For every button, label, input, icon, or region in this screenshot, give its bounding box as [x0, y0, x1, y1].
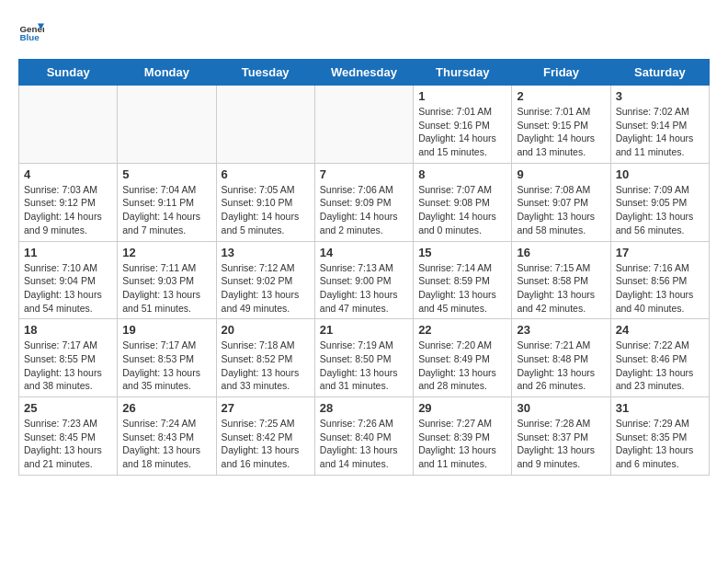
day-info: Sunrise: 7:03 AMSunset: 9:12 PMDaylight:…	[24, 183, 112, 237]
day-number: 4	[24, 167, 112, 181]
calendar-table: SundayMondayTuesdayWednesdayThursdayFrid…	[18, 59, 710, 476]
day-cell: 15Sunrise: 7:14 AMSunset: 8:59 PMDayligh…	[414, 241, 512, 319]
day-cell: 9Sunrise: 7:08 AMSunset: 9:07 PMDaylight…	[512, 163, 610, 241]
day-number: 27	[222, 401, 310, 415]
header-friday: Friday	[512, 60, 610, 86]
day-cell: 8Sunrise: 7:07 AMSunset: 9:08 PMDaylight…	[414, 163, 512, 241]
day-number: 5	[122, 167, 210, 181]
day-info: Sunrise: 7:18 AMSunset: 8:52 PMDaylight:…	[222, 339, 310, 393]
day-number: 30	[517, 401, 605, 415]
day-info: Sunrise: 7:17 AMSunset: 8:53 PMDaylight:…	[122, 339, 210, 393]
day-number: 28	[320, 401, 408, 415]
day-cell	[216, 86, 314, 164]
day-number: 1	[418, 89, 506, 103]
day-cell: 30Sunrise: 7:28 AMSunset: 8:37 PMDayligh…	[512, 397, 610, 476]
day-cell: 12Sunrise: 7:11 AMSunset: 9:03 PMDayligh…	[118, 241, 216, 319]
day-cell: 17Sunrise: 7:16 AMSunset: 8:56 PMDayligh…	[610, 241, 709, 319]
header-monday: Monday	[118, 60, 216, 86]
day-cell: 7Sunrise: 7:06 AMSunset: 9:09 PMDaylight…	[314, 163, 413, 241]
day-cell: 22Sunrise: 7:20 AMSunset: 8:49 PMDayligh…	[414, 319, 512, 397]
day-number: 10	[616, 167, 704, 181]
day-cell: 4Sunrise: 7:03 AMSunset: 9:12 PMDaylight…	[19, 163, 118, 241]
day-cell: 11Sunrise: 7:10 AMSunset: 9:04 PMDayligh…	[19, 241, 118, 319]
day-number: 2	[517, 89, 605, 103]
day-number: 26	[122, 401, 210, 415]
day-info: Sunrise: 7:14 AMSunset: 8:59 PMDaylight:…	[418, 261, 506, 316]
day-info: Sunrise: 7:17 AMSunset: 8:55 PMDaylight:…	[24, 339, 112, 393]
day-info: Sunrise: 7:23 AMSunset: 8:45 PMDaylight:…	[24, 417, 112, 471]
day-cell: 26Sunrise: 7:24 AMSunset: 8:43 PMDayligh…	[118, 397, 216, 476]
day-cell	[314, 86, 413, 164]
day-info: Sunrise: 7:27 AMSunset: 8:39 PMDaylight:…	[418, 417, 506, 471]
day-number: 16	[517, 246, 605, 259]
day-number: 3	[616, 89, 704, 103]
day-cell: 18Sunrise: 7:17 AMSunset: 8:55 PMDayligh…	[19, 319, 118, 397]
day-cell: 2Sunrise: 7:01 AMSunset: 9:15 PMDaylight…	[512, 86, 610, 164]
day-cell: 14Sunrise: 7:13 AMSunset: 9:00 PMDayligh…	[314, 241, 413, 319]
day-info: Sunrise: 7:12 AMSunset: 9:02 PMDaylight:…	[222, 261, 310, 316]
day-number: 6	[222, 167, 310, 181]
day-info: Sunrise: 7:02 AMSunset: 9:14 PMDaylight:…	[616, 105, 704, 159]
day-number: 15	[418, 246, 506, 259]
header-sunday: Sunday	[19, 60, 118, 86]
day-info: Sunrise: 7:25 AMSunset: 8:42 PMDaylight:…	[222, 417, 310, 471]
header-saturday: Saturday	[610, 60, 709, 86]
day-cell: 16Sunrise: 7:15 AMSunset: 8:58 PMDayligh…	[512, 241, 610, 319]
day-cell: 10Sunrise: 7:09 AMSunset: 9:05 PMDayligh…	[610, 163, 709, 241]
day-info: Sunrise: 7:05 AMSunset: 9:10 PMDaylight:…	[222, 183, 310, 237]
day-info: Sunrise: 7:21 AMSunset: 8:48 PMDaylight:…	[517, 339, 605, 393]
day-info: Sunrise: 7:20 AMSunset: 8:49 PMDaylight:…	[418, 339, 506, 393]
day-cell	[118, 86, 216, 164]
week-row-2: 4Sunrise: 7:03 AMSunset: 9:12 PMDaylight…	[19, 163, 710, 241]
day-cell: 25Sunrise: 7:23 AMSunset: 8:45 PMDayligh…	[19, 397, 118, 476]
day-info: Sunrise: 7:28 AMSunset: 8:37 PMDaylight:…	[517, 417, 605, 471]
day-info: Sunrise: 7:16 AMSunset: 8:56 PMDaylight:…	[616, 261, 704, 316]
day-info: Sunrise: 7:22 AMSunset: 8:46 PMDaylight:…	[616, 339, 704, 393]
day-number: 20	[222, 323, 310, 337]
day-number: 8	[418, 167, 506, 181]
day-cell: 23Sunrise: 7:21 AMSunset: 8:48 PMDayligh…	[512, 319, 610, 397]
day-cell: 21Sunrise: 7:19 AMSunset: 8:50 PMDayligh…	[314, 319, 413, 397]
day-info: Sunrise: 7:01 AMSunset: 9:15 PMDaylight:…	[517, 105, 605, 159]
day-cell: 31Sunrise: 7:29 AMSunset: 8:35 PMDayligh…	[610, 397, 709, 476]
logo-icon: General Blue	[18, 18, 44, 44]
day-number: 14	[320, 246, 408, 259]
day-number: 18	[24, 323, 112, 337]
day-info: Sunrise: 7:07 AMSunset: 9:08 PMDaylight:…	[418, 183, 506, 237]
day-info: Sunrise: 7:11 AMSunset: 9:03 PMDaylight:…	[122, 261, 210, 316]
logo: General Blue	[18, 18, 44, 44]
day-number: 25	[24, 401, 112, 415]
day-cell: 24Sunrise: 7:22 AMSunset: 8:46 PMDayligh…	[610, 319, 709, 397]
day-cell: 20Sunrise: 7:18 AMSunset: 8:52 PMDayligh…	[216, 319, 314, 397]
day-info: Sunrise: 7:19 AMSunset: 8:50 PMDaylight:…	[320, 339, 408, 393]
day-cell: 13Sunrise: 7:12 AMSunset: 9:02 PMDayligh…	[216, 241, 314, 319]
day-info: Sunrise: 7:10 AMSunset: 9:04 PMDaylight:…	[24, 261, 112, 316]
day-number: 12	[122, 246, 210, 259]
day-cell: 1Sunrise: 7:01 AMSunset: 9:16 PMDaylight…	[414, 86, 512, 164]
day-cell: 3Sunrise: 7:02 AMSunset: 9:14 PMDaylight…	[610, 86, 709, 164]
day-number: 29	[418, 401, 506, 415]
day-number: 23	[517, 323, 605, 337]
week-row-3: 11Sunrise: 7:10 AMSunset: 9:04 PMDayligh…	[19, 241, 710, 319]
week-row-5: 25Sunrise: 7:23 AMSunset: 8:45 PMDayligh…	[19, 397, 710, 476]
day-info: Sunrise: 7:13 AMSunset: 9:00 PMDaylight:…	[320, 261, 408, 316]
day-cell: 5Sunrise: 7:04 AMSunset: 9:11 PMDaylight…	[118, 163, 216, 241]
day-cell: 19Sunrise: 7:17 AMSunset: 8:53 PMDayligh…	[118, 319, 216, 397]
svg-text:Blue: Blue	[19, 32, 40, 42]
week-row-1: 1Sunrise: 7:01 AMSunset: 9:16 PMDaylight…	[19, 86, 710, 164]
day-number: 24	[616, 323, 704, 337]
day-info: Sunrise: 7:09 AMSunset: 9:05 PMDaylight:…	[616, 183, 704, 237]
day-number: 19	[122, 323, 210, 337]
header-tuesday: Tuesday	[216, 60, 314, 86]
header-thursday: Thursday	[414, 60, 512, 86]
day-info: Sunrise: 7:26 AMSunset: 8:40 PMDaylight:…	[320, 417, 408, 471]
day-info: Sunrise: 7:24 AMSunset: 8:43 PMDaylight:…	[122, 417, 210, 471]
day-number: 7	[320, 167, 408, 181]
week-row-4: 18Sunrise: 7:17 AMSunset: 8:55 PMDayligh…	[19, 319, 710, 397]
day-cell: 27Sunrise: 7:25 AMSunset: 8:42 PMDayligh…	[216, 397, 314, 476]
day-info: Sunrise: 7:04 AMSunset: 9:11 PMDaylight:…	[122, 183, 210, 237]
day-cell	[19, 86, 118, 164]
day-number: 31	[616, 401, 704, 415]
day-info: Sunrise: 7:01 AMSunset: 9:16 PMDaylight:…	[418, 105, 506, 159]
day-info: Sunrise: 7:29 AMSunset: 8:35 PMDaylight:…	[616, 417, 704, 471]
